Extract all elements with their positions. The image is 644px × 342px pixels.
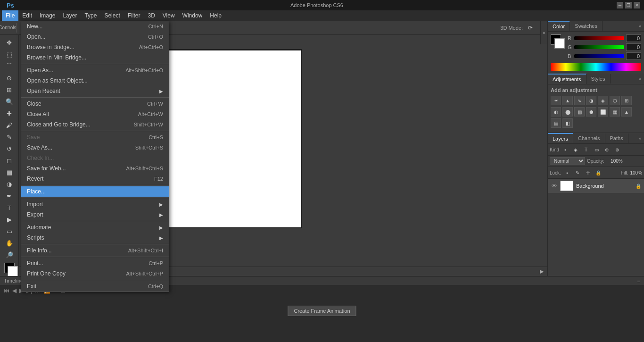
filter-toggle[interactable]: ⊗ xyxy=(613,145,621,154)
layer-visibility-eye[interactable]: 👁 xyxy=(551,183,557,189)
tab-adjustments[interactable]: Adjustments xyxy=(548,74,586,84)
menu-entry-browse-in-bridge---[interactable]: Browse in Bridge...Alt+Ctrl+O xyxy=(21,42,169,52)
tab-channels[interactable]: Channels xyxy=(573,133,605,143)
menu-entry-open---[interactable]: Open...Ctrl+O xyxy=(21,32,169,42)
foreground-color[interactable] xyxy=(4,263,15,273)
timeline-prev-btn[interactable]: ◀ xyxy=(12,287,17,294)
menu-help[interactable]: Help xyxy=(206,10,225,21)
menu-entry-print---[interactable]: Print...Ctrl+P xyxy=(21,258,169,268)
channelmix-adj-btn[interactable]: ▩ xyxy=(574,107,585,117)
3d-orbit-btn[interactable]: ⟳ xyxy=(525,22,536,33)
hand-tool[interactable]: ✋ xyxy=(2,237,17,249)
marquee-tool[interactable]: ⬚ xyxy=(2,49,17,60)
menu-entry-close-all[interactable]: Close AllAlt+Ctrl+W xyxy=(21,109,169,119)
menu-select[interactable]: Select xyxy=(100,10,124,21)
move-tool[interactable]: ✥ xyxy=(2,37,17,48)
menu-file[interactable]: File xyxy=(2,10,18,21)
layer-background[interactable]: 👁 Background 🔒 xyxy=(548,179,644,193)
bg-color-swatch[interactable] xyxy=(554,38,565,49)
menu-entry-exit[interactable]: ExitCtrl+Q xyxy=(21,281,169,292)
menu-entry-export[interactable]: Export▶ xyxy=(21,209,169,220)
menu-edit[interactable]: Edit xyxy=(18,10,36,21)
opacity-value[interactable]: 100% xyxy=(606,158,623,164)
menu-entry-close[interactable]: CloseCtrl+W xyxy=(21,99,169,109)
crop-tool[interactable]: ⊞ xyxy=(2,84,17,95)
menu-entry-save-as---[interactable]: Save As...Shift+Ctrl+S xyxy=(21,142,169,153)
tab-styles[interactable]: Styles xyxy=(586,74,611,83)
shape-tool[interactable]: ▭ xyxy=(2,225,17,237)
bw-adj-btn[interactable]: ◐ xyxy=(551,107,561,117)
lock-all-btn[interactable]: 🔒 xyxy=(594,168,603,177)
exposure-adj-btn[interactable]: ◑ xyxy=(586,96,596,105)
posterize-adj-btn[interactable]: ▦ xyxy=(610,107,620,117)
restore-button[interactable]: ❐ xyxy=(625,2,632,8)
curves-adj-btn[interactable]: ∿ xyxy=(574,96,585,105)
panel-collapse-btn[interactable]: « xyxy=(540,21,547,44)
fill-value[interactable]: 100% xyxy=(630,170,642,175)
menu-3d[interactable]: 3D xyxy=(144,10,158,21)
blue-value[interactable] xyxy=(626,52,641,60)
lasso-tool[interactable]: ⌒ xyxy=(2,60,17,72)
menu-type[interactable]: Type xyxy=(81,10,100,21)
menu-entry-import[interactable]: Import▶ xyxy=(21,199,169,209)
red-value[interactable] xyxy=(626,34,641,42)
green-slider[interactable] xyxy=(574,45,624,49)
menu-entry-save-for-web---[interactable]: Save for Web...Alt+Shift+Ctrl+S xyxy=(21,163,169,174)
menu-image[interactable]: Image xyxy=(36,10,59,21)
tab-swatches[interactable]: Swatches xyxy=(570,21,603,31)
brightness-adj-btn[interactable]: ☀ xyxy=(551,96,561,105)
threshold-adj-btn[interactable]: ▲ xyxy=(621,107,632,117)
filter-smart-btn[interactable]: ⊕ xyxy=(603,145,611,154)
quick-select-tool[interactable]: ⊙ xyxy=(2,72,17,83)
photofilter-adj-btn[interactable]: ⬤ xyxy=(562,107,573,117)
invert-adj-btn[interactable]: ⬜ xyxy=(598,107,608,117)
colorlookup-adj-btn[interactable]: ⬢ xyxy=(586,107,596,117)
menu-entry-open-recent[interactable]: Open Recent▶ xyxy=(21,86,169,96)
close-button[interactable]: ✕ xyxy=(634,2,640,8)
filter-adj-btn[interactable]: ◈ xyxy=(571,145,580,154)
history-brush-tool[interactable]: ↺ xyxy=(2,143,17,154)
menu-window[interactable]: Window xyxy=(179,10,206,21)
eyedropper-tool[interactable]: 🔍 xyxy=(2,96,17,107)
menu-entry-revert[interactable]: RevertF12 xyxy=(21,174,169,184)
color-panel-collapse[interactable]: » xyxy=(636,24,644,29)
brush-tool[interactable]: 🖌 xyxy=(2,119,17,131)
create-frame-animation-button[interactable]: Create Frame Animation xyxy=(288,306,356,316)
filter-shape-btn[interactable]: ▭ xyxy=(592,145,601,154)
background-color[interactable] xyxy=(8,266,18,276)
menu-entry-scripts[interactable]: Scripts▶ xyxy=(21,233,169,243)
menu-entry-open-as---[interactable]: Open As...Alt+Shift+Ctrl+O xyxy=(21,65,169,75)
filter-pixel-btn[interactable]: ▪ xyxy=(561,145,570,154)
pen-tool[interactable]: ✒ xyxy=(2,190,17,201)
tab-paths[interactable]: Paths xyxy=(605,133,628,143)
colorbalance-adj-btn[interactable]: ⊞ xyxy=(621,96,632,105)
lock-pos-btn[interactable]: ✛ xyxy=(584,168,592,177)
dodge-tool[interactable]: ◑ xyxy=(2,178,17,190)
lock-paint-btn[interactable]: ✎ xyxy=(573,168,582,177)
menu-entry-new---[interactable]: New...Ctrl+N xyxy=(21,21,169,32)
clone-stamp-tool[interactable]: ✎ xyxy=(2,131,17,142)
menu-entry-automate[interactable]: Automate▶ xyxy=(21,222,169,233)
blue-slider[interactable] xyxy=(574,54,624,58)
path-select-tool[interactable]: ▶ xyxy=(2,214,17,225)
menu-entry-browse-in-mini-bridge---[interactable]: Browse in Mini Bridge... xyxy=(21,52,169,63)
filter-type-btn[interactable]: T xyxy=(582,145,590,154)
layers-collapse[interactable]: » xyxy=(636,136,644,141)
tab-layers[interactable]: Layers xyxy=(548,133,573,143)
color-spectrum[interactable] xyxy=(551,63,641,71)
gradient-tool[interactable]: ▦ xyxy=(2,167,17,178)
menu-view[interactable]: View xyxy=(159,10,179,21)
selectivecolor-adj-btn[interactable]: ◧ xyxy=(562,118,573,128)
vibrance-adj-btn[interactable]: ◈ xyxy=(598,96,608,105)
timeline-menu-btn[interactable]: ≡ xyxy=(637,278,640,284)
zoom-tool[interactable]: 🔎 xyxy=(2,249,17,260)
adjustments-collapse[interactable]: » xyxy=(636,76,644,82)
menu-entry-print-one-copy[interactable]: Print One CopyAlt+Shift+Ctrl+P xyxy=(21,268,169,279)
menu-entry-close-and-go-to-bridge---[interactable]: Close and Go to Bridge...Shift+Ctrl+W xyxy=(21,119,169,130)
levels-adj-btn[interactable]: ▲ xyxy=(562,96,573,105)
hsl-adj-btn[interactable]: ⬡ xyxy=(610,96,620,105)
menu-layer[interactable]: Layer xyxy=(59,10,81,21)
menu-filter[interactable]: Filter xyxy=(124,10,144,21)
green-value[interactable] xyxy=(626,43,641,51)
doc-info-arrow[interactable]: ▶ xyxy=(540,268,544,275)
